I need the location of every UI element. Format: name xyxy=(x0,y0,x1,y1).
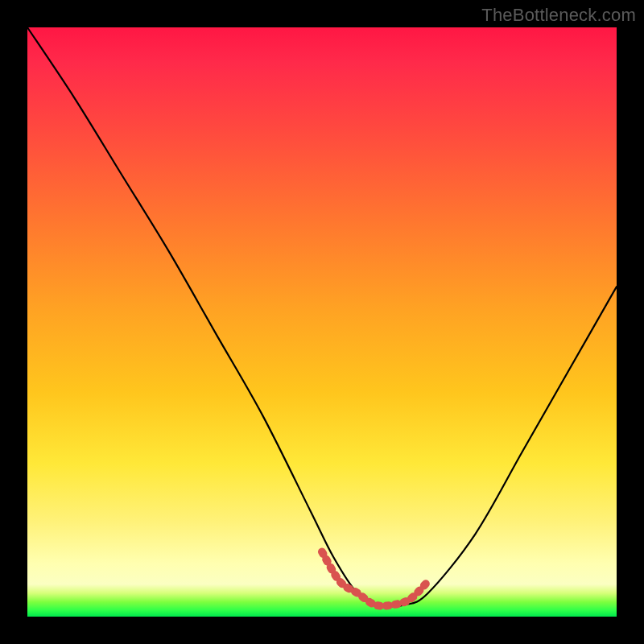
gradient-plot-area xyxy=(27,27,617,617)
watermark-text: TheBottleneck.com xyxy=(481,5,636,26)
chart-frame: TheBottleneck.com xyxy=(0,0,644,644)
bottleneck-curve xyxy=(27,27,617,606)
curve-layer xyxy=(27,27,617,617)
optimal-range-highlight xyxy=(322,551,428,605)
